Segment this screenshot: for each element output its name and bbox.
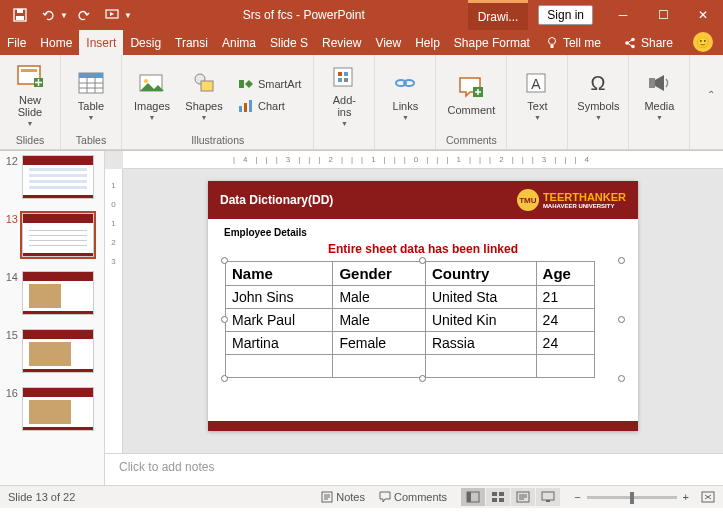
slide-header: Data Dictionary(DD) TMU TEERTHANKER MAHA…	[208, 181, 638, 219]
tab-design[interactable]: Desig	[123, 30, 168, 55]
employee-table: Name Gender Country Age John Sins Male U…	[225, 261, 595, 378]
tab-shape-format[interactable]: Shape Format	[447, 30, 537, 55]
svg-rect-10	[21, 69, 37, 72]
close-button[interactable]: ✕	[683, 0, 723, 30]
redo-button[interactable]	[72, 3, 96, 27]
undo-dropdown-icon[interactable]: ▼	[60, 11, 68, 20]
undo-button[interactable]	[36, 3, 60, 27]
slide-canvas[interactable]: Data Dictionary(DD) TMU TEERTHANKER MAHA…	[123, 169, 723, 453]
smartart-icon	[238, 76, 254, 92]
sorter-view-button[interactable]	[486, 488, 510, 506]
sign-in-button[interactable]: Sign in	[538, 5, 593, 25]
addins-button[interactable]: Add- ins ▼	[320, 60, 368, 130]
svg-text:Ω: Ω	[591, 72, 606, 94]
thumbnail-14[interactable]: 14	[4, 271, 100, 315]
symbols-icon: Ω	[583, 68, 613, 98]
thumbnail-12[interactable]: 12	[4, 155, 100, 199]
chart-button[interactable]: Chart	[234, 96, 305, 116]
group-label-slides: Slides	[0, 134, 60, 149]
tab-help[interactable]: Help	[408, 30, 447, 55]
tab-insert[interactable]: Insert	[79, 30, 123, 55]
logo-text-main: TEERTHANKER	[543, 192, 626, 203]
maximize-button[interactable]: ☐	[643, 0, 683, 30]
selection-handle[interactable]	[221, 257, 228, 264]
minimize-button[interactable]: ─	[603, 0, 643, 30]
slideshow-view-button[interactable]	[536, 488, 560, 506]
tab-view[interactable]: View	[368, 30, 408, 55]
addins-icon	[329, 62, 359, 92]
group-illustrations: Images ▼ Shapes ▼ SmartArt Chart Illustr…	[122, 55, 314, 149]
qat-customize-icon[interactable]: ▼	[124, 11, 132, 20]
zoom-slider[interactable]	[587, 496, 677, 499]
thumbnail-16[interactable]: 16	[4, 387, 100, 431]
comment-button[interactable]: Comment	[442, 60, 500, 130]
selection-handle[interactable]	[618, 257, 625, 264]
svg-rect-40	[499, 498, 504, 502]
chevron-down-icon: ▼	[201, 114, 208, 121]
selection-handle[interactable]	[419, 375, 426, 382]
media-label: Media	[644, 100, 674, 112]
text-label: Text	[527, 100, 547, 112]
collapse-ribbon-icon[interactable]: ⌃	[707, 89, 715, 100]
images-icon	[137, 68, 167, 98]
svg-rect-24	[344, 72, 348, 76]
comments-icon	[379, 491, 391, 503]
start-from-beginning-button[interactable]	[100, 3, 124, 27]
table-cell: 24	[536, 309, 594, 332]
fit-to-window-button[interactable]	[701, 491, 715, 503]
table-header-row: Name Gender Country Age	[226, 262, 595, 286]
new-slide-button[interactable]: New Slide ▼	[6, 60, 54, 130]
notes-pane[interactable]: Click to add notes	[105, 453, 723, 485]
save-button[interactable]	[8, 3, 32, 27]
share-icon	[623, 36, 637, 50]
thumbnail-13[interactable]: 13	[4, 213, 100, 257]
media-button[interactable]: Media ▼	[635, 60, 683, 130]
symbols-button[interactable]: Ω Symbols ▼	[574, 60, 622, 130]
tab-review[interactable]: Review	[315, 30, 368, 55]
notes-toggle[interactable]: Notes	[321, 491, 365, 503]
slide-thumbnails-panel[interactable]: 12 13 14 15 16	[0, 151, 105, 485]
svg-rect-25	[338, 78, 342, 82]
tab-transitions[interactable]: Transi	[168, 30, 215, 55]
selection-handle[interactable]	[419, 257, 426, 264]
tab-slideshow[interactable]: Slide S	[263, 30, 315, 55]
svg-rect-21	[249, 100, 252, 112]
table-row: Mark Paul Male United Kin 24	[226, 309, 595, 332]
smartart-button[interactable]: SmartArt	[234, 74, 305, 94]
comments-toggle[interactable]: Comments	[379, 491, 447, 503]
selection-handle[interactable]	[618, 316, 625, 323]
selection-handle[interactable]	[221, 375, 228, 382]
chevron-down-icon: ▼	[402, 114, 409, 121]
selection-handle[interactable]	[618, 375, 625, 382]
zoom-in-button[interactable]: +	[683, 491, 689, 503]
text-button[interactable]: A Text ▼	[513, 60, 561, 130]
links-button[interactable]: Links ▼	[381, 60, 429, 130]
reading-view-button[interactable]	[511, 488, 535, 506]
tell-me-search[interactable]: Tell me	[537, 30, 609, 55]
thumbnail-15[interactable]: 15	[4, 329, 100, 373]
table-button[interactable]: Table ▼	[67, 60, 115, 130]
comment-label: Comment	[448, 104, 496, 116]
feedback-smiley-icon[interactable]: 🙂	[693, 32, 713, 52]
contextual-tab-drawing[interactable]: Drawi...	[468, 0, 529, 30]
table-cell: John Sins	[226, 286, 333, 309]
table-cell: Male	[333, 309, 426, 332]
embedded-table-object[interactable]: Name Gender Country Age John Sins Male U…	[224, 260, 622, 379]
share-button[interactable]: Share	[613, 30, 683, 55]
shapes-button[interactable]: Shapes ▼	[180, 60, 228, 130]
chart-label: Chart	[258, 100, 285, 112]
new-slide-icon	[15, 62, 45, 92]
ribbon: New Slide ▼ Slides Table ▼ Tables Images…	[0, 55, 723, 150]
zoom-out-button[interactable]: −	[574, 491, 580, 503]
svg-point-15	[144, 79, 148, 83]
images-button[interactable]: Images ▼	[128, 60, 176, 130]
chevron-down-icon: ▼	[595, 114, 602, 121]
tab-home[interactable]: Home	[33, 30, 79, 55]
normal-view-button[interactable]	[461, 488, 485, 506]
tab-animations[interactable]: Anima	[215, 30, 263, 55]
selection-handle[interactable]	[221, 316, 228, 323]
svg-rect-38	[499, 492, 504, 496]
vertical-ruler: 10123	[105, 169, 123, 453]
tab-file[interactable]: File	[0, 30, 33, 55]
zoom-slider-thumb[interactable]	[630, 492, 634, 504]
